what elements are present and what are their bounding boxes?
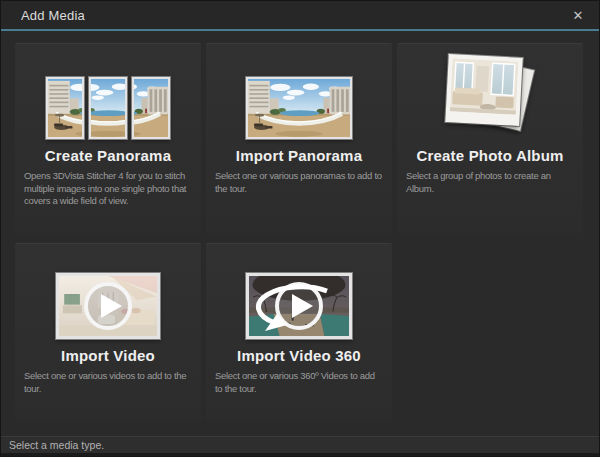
card-import-video[interactable]: Import Video Select one or various video… [15, 243, 201, 421]
video-360-image [246, 273, 352, 339]
close-icon[interactable]: ✕ [567, 1, 589, 30]
panorama-slice-3-image [132, 77, 170, 139]
titlebar: Add Media ✕ [1, 1, 599, 31]
card-create-panorama[interactable]: Create Panorama Opens 3DVista Stitcher 4… [15, 43, 201, 233]
card-desc-create-panorama: Opens 3DVista Stitcher 4 for you to stit… [24, 170, 193, 208]
panorama-image [246, 77, 352, 139]
card-import-panorama[interactable]: Import Panorama Select one or various pa… [206, 43, 392, 233]
photo-album-thumbnail [397, 44, 583, 140]
card-title-import-video-360: Import Video 360 [206, 347, 392, 364]
card-desc-import-panorama: Select one or various panoramas to add t… [215, 170, 384, 195]
card-title-import-panorama: Import Panorama [206, 147, 392, 164]
add-media-dialog: Add Media ✕ Create Panorama Opens 3DVist… [0, 0, 600, 457]
card-title-create-photo-album: Create Photo Album [397, 147, 583, 164]
panorama-slice-2-image [89, 77, 127, 139]
card-import-video-360[interactable]: Import Video 360 Select one or various 3… [206, 243, 392, 421]
card-desc-import-video: Select one or various videos to add to t… [24, 370, 193, 395]
card-desc-import-video-360: Select one or various 360º Videos to add… [215, 370, 384, 395]
card-title-import-video: Import Video [15, 347, 201, 364]
status-message: Select a media type. [9, 437, 104, 453]
statusbar: Select a media type. [1, 436, 599, 456]
card-create-photo-album[interactable]: Create Photo Album Select a group of pho… [397, 43, 583, 233]
photo-stack [444, 54, 536, 140]
import-video-360-thumbnail [206, 244, 392, 340]
video-image [56, 273, 160, 339]
create-panorama-thumbnails [15, 44, 201, 140]
import-video-thumbnail [15, 244, 201, 340]
card-desc-create-photo-album: Select a group of photos to create an Al… [406, 170, 575, 195]
card-title-create-panorama: Create Panorama [15, 147, 201, 164]
panorama-slice-1-image [46, 77, 84, 139]
import-panorama-thumbnail [206, 44, 392, 140]
photo-front [445, 54, 522, 126]
dialog-title: Add Media [21, 1, 85, 30]
media-card-grid: Create Panorama Opens 3DVista Stitcher 4… [15, 43, 583, 421]
